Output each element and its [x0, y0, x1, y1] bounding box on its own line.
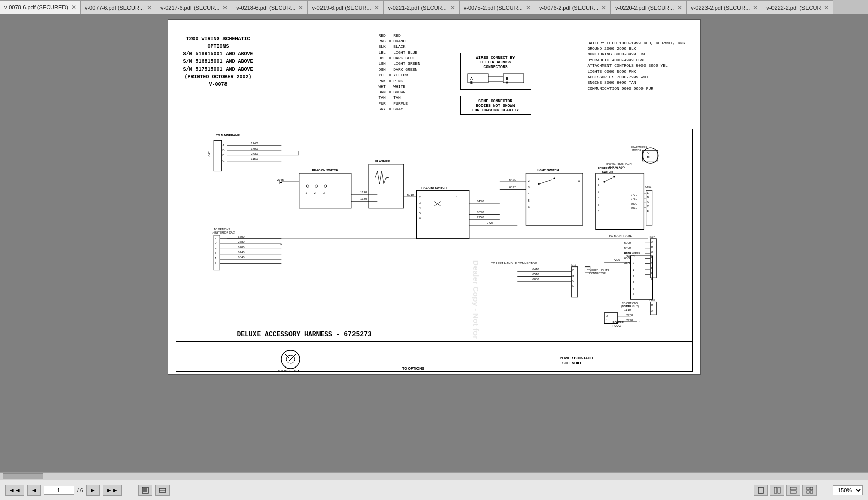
- svg-point-26: [306, 185, 309, 187]
- scroll-thumb[interactable]: [3, 473, 43, 479]
- svg-text:C: C: [651, 261, 653, 264]
- tab-close-button[interactable]: ✕: [374, 4, 379, 11]
- tab-close-button[interactable]: ✕: [677, 4, 682, 11]
- browser-tab-tab2[interactable]: v-0077-6.pdf (SECUR...✕: [81, 0, 156, 14]
- tab-close-button[interactable]: ✕: [601, 4, 606, 11]
- view-scroll-button[interactable]: [786, 485, 800, 496]
- svg-text:TO OPTIONS: TO OPTIONS: [622, 302, 638, 305]
- wires-line1: WIRES CONNECT BY: [465, 55, 527, 60]
- svg-text:3: 3: [598, 190, 599, 193]
- nav-next-button[interactable]: ►: [86, 485, 100, 496]
- svg-text:6700: 6700: [238, 235, 245, 238]
- pdf-viewer[interactable]: T200 WIRING SCHEMATIC OPTIONS S/N 518915…: [0, 14, 868, 472]
- browser-tab-tab9[interactable]: v-0220-2.pdf (SECUR...✕: [611, 0, 687, 14]
- svg-text:5: 5: [419, 212, 420, 215]
- svg-text:B: B: [651, 246, 653, 249]
- browser-tab-tab5[interactable]: v-0219-6.pdf (SECUR...✕: [308, 0, 383, 14]
- svg-text:B: B: [506, 77, 508, 80]
- browser-tab-tab6[interactable]: v-0221-2.pdf (SECUR...✕: [384, 0, 460, 14]
- tab-label: v-0221-2.pdf (SECUR...: [388, 5, 447, 11]
- nav-last-button[interactable]: ►►: [103, 485, 122, 496]
- view-single-button[interactable]: [754, 485, 768, 496]
- battery-item: LIGHTS 6000-5999 PNK: [587, 69, 685, 74]
- svg-text:E: E: [572, 284, 574, 287]
- nav-first-button[interactable]: ◄◄: [5, 485, 24, 496]
- svg-text:LIGHT SWITCH: LIGHT SWITCH: [536, 169, 558, 172]
- svg-rect-61: [526, 173, 583, 225]
- svg-text:D: D: [651, 277, 653, 280]
- zoom-control: 150% 100% 75% 50% 200%: [833, 485, 863, 495]
- svg-text:→: →: [279, 242, 282, 246]
- fit-page-button[interactable]: [138, 485, 152, 496]
- svg-rect-219: [790, 487, 796, 490]
- svg-text:⊢: ⊢: [279, 181, 282, 184]
- svg-text:6300: 6300: [238, 246, 245, 249]
- page-number-input[interactable]: [44, 486, 74, 495]
- svg-text:V: V: [647, 152, 649, 155]
- legend-item: BRN = BROWN: [379, 89, 421, 95]
- tab-close-button[interactable]: ✕: [298, 4, 303, 11]
- svg-text:TO MAINFRAME: TO MAINFRAME: [608, 234, 632, 237]
- browser-tab-tab7[interactable]: v-0075-2.pdf (SECUR...✕: [460, 0, 535, 14]
- svg-text:CONNECTOR: CONNECTOR: [589, 272, 606, 275]
- svg-text:D: D: [222, 149, 225, 152]
- battery-item: GROUND 2000-2999 BLK: [587, 46, 685, 51]
- tab-close-button[interactable]: ✕: [222, 4, 228, 11]
- tab-close-button[interactable]: ✕: [450, 4, 455, 11]
- svg-text:D: D: [214, 241, 216, 244]
- tab-label: v-0219-6.pdf (SECUR...: [312, 5, 371, 11]
- tab-close-button[interactable]: ✕: [753, 4, 758, 11]
- svg-text:B: B: [647, 209, 649, 212]
- browser-tab-tab11[interactable]: v-0222-2.pdf (SECUR✕: [762, 0, 833, 14]
- browser-tab-tab4[interactable]: v-0218-6.pdf (SECUR...✕: [232, 0, 308, 14]
- scroll-view-icon: [790, 487, 797, 494]
- battery-item: MONITORING 3000-3999 LBL: [587, 51, 685, 57]
- svg-text:2: 2: [632, 261, 634, 264]
- svg-text:E: E: [651, 256, 653, 259]
- svg-text:C427: C427: [649, 236, 655, 238]
- svg-rect-218: [778, 487, 780, 493]
- svg-text:HAZARD SWITCH: HAZARD SWITCH: [421, 186, 447, 189]
- browser-tab-tab8[interactable]: v-0076-2.pdf (SECUR...✕: [535, 0, 611, 14]
- connector-line2: BODIES NOT SHOWN: [465, 103, 527, 108]
- svg-text:2: 2: [419, 196, 420, 199]
- browser-tab-tab1[interactable]: v-0078-6.pdf (SECURED)✕: [0, 0, 81, 14]
- svg-text:7000: 7000: [630, 202, 637, 205]
- svg-text:4: 4: [598, 196, 599, 199]
- svg-text:PLUG: PLUG: [612, 324, 621, 327]
- svg-text:2725: 2725: [487, 221, 494, 224]
- browser-tab-tab10[interactable]: v-0223-2.pdf (SECUR...✕: [687, 0, 762, 14]
- connector-box: SOME CONNECTOR BODIES NOT SHOWN FOR DRAW…: [460, 96, 531, 115]
- svg-text:A: A: [470, 77, 473, 80]
- zoom-select[interactable]: 150% 100% 75% 50% 200%: [833, 485, 863, 495]
- svg-text:A: A: [214, 257, 216, 260]
- svg-text:BEACON SWITCH: BEACON SWITCH: [312, 169, 338, 172]
- svg-text:7010: 7010: [630, 206, 637, 209]
- svg-text:FLASHER: FLASHER: [375, 160, 390, 163]
- tab-close-button[interactable]: ✕: [824, 4, 829, 11]
- title-line5: S/N 517515001 AND ABOVE: [183, 65, 253, 73]
- legend-item: LBL = LIGHT BLUE: [379, 50, 421, 55]
- svg-text:1180: 1180: [360, 197, 367, 201]
- svg-text:6500: 6500: [624, 252, 631, 255]
- legend-item: GRY = GRAY: [379, 106, 421, 112]
- svg-text:A: A: [651, 309, 653, 312]
- legend-item: TAN = TAN: [379, 95, 421, 101]
- svg-point-70: [538, 183, 539, 185]
- browser-tab-tab3[interactable]: v-0217-6.pdf (SECUR...✕: [156, 0, 232, 14]
- double-page-icon: [774, 487, 781, 494]
- tab-close-button[interactable]: ✕: [147, 4, 152, 11]
- view-grid-button[interactable]: [802, 485, 817, 496]
- tab-close-button[interactable]: ✕: [71, 4, 76, 11]
- horizontal-scrollbar[interactable]: [0, 472, 868, 480]
- svg-text:1: 1: [632, 268, 634, 271]
- fit-width-button[interactable]: [155, 485, 170, 496]
- connector-line1: SOME CONNECTOR: [465, 98, 527, 103]
- view-double-button[interactable]: [770, 485, 784, 496]
- svg-text:2: 2: [314, 191, 315, 194]
- tab-close-button[interactable]: ✕: [526, 4, 531, 11]
- svg-text:6: 6: [598, 210, 599, 213]
- svg-rect-9: [214, 140, 221, 171]
- nav-prev-button[interactable]: ◄: [27, 485, 41, 496]
- svg-text:A: A: [651, 240, 653, 243]
